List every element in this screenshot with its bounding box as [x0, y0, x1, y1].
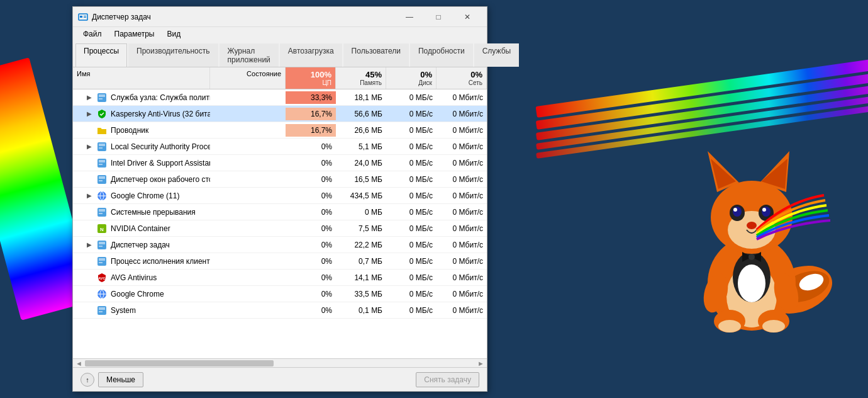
tab-app-history[interactable]: Журнал приложений — [220, 43, 279, 67]
table-row[interactable]: ▶ Диспетчер задач 0% 22,2 МБ 0 МБ/с 0 Мб… — [73, 237, 487, 253]
process-icon: AVG — [97, 273, 107, 283]
menu-file[interactable]: Файл — [78, 28, 107, 40]
tab-users[interactable]: Пользователи — [343, 43, 409, 67]
table-row[interactable]: System 0% 0,1 МБ 0 МБ/с 0 Мбит/с — [73, 302, 487, 319]
process-memory: 434,5 МБ — [336, 190, 386, 202]
tab-startup[interactable]: Автозагрузка — [280, 43, 342, 67]
col-cpu[interactable]: 100% ЦП — [286, 67, 336, 89]
svg-rect-35 — [99, 98, 103, 100]
process-cpu: 0% — [286, 206, 336, 219]
process-table: Имя Состояние 100% ЦП 45% Память 0% Диск… — [73, 67, 487, 358]
table-row[interactable]: ▶ Google Chrome (11) 0% 434,5 МБ 0 МБ/с … — [73, 188, 487, 204]
table-row[interactable]: Процесс исполнения клиент-... 0% 0,7 МБ … — [73, 253, 487, 270]
expand-icon[interactable]: ▶ — [86, 143, 93, 151]
col-memory[interactable]: 45% Память — [336, 67, 386, 89]
table-row[interactable]: ▶ Local Security Authority Process... 0%… — [73, 139, 487, 155]
process-state — [210, 276, 286, 280]
process-disk: 0 МБ/с — [386, 271, 437, 284]
process-state — [210, 112, 286, 116]
process-network: 0 Мбит/с — [437, 255, 487, 268]
process-state — [210, 96, 286, 100]
process-disk: 0 МБ/с — [386, 288, 437, 300]
process-state — [210, 210, 286, 214]
close-button[interactable]: ✕ — [453, 7, 482, 27]
process-memory: 24,0 МБ — [336, 157, 386, 169]
svg-rect-48 — [99, 213, 103, 214]
process-network: 0 Мбит/с — [437, 91, 487, 104]
process-network: 0 Мбит/с — [437, 140, 487, 153]
svg-rect-52 — [99, 242, 105, 244]
svg-rect-61 — [99, 311, 103, 312]
menubar: Файл Параметры Вид — [73, 27, 487, 41]
table-row[interactable]: ▶ Служба узла: Служба политик... 33,3% 1… — [73, 89, 487, 106]
menu-view[interactable]: Вид — [162, 28, 186, 40]
tab-performance[interactable]: Производительность — [128, 43, 218, 67]
expand-icon[interactable]: ▶ — [86, 94, 93, 101]
footer: ↑ Меньше Снять задачу — [73, 367, 487, 391]
table-row[interactable]: Проводник 16,7% 26,6 МБ 0 МБ/с 0 Мбит/с — [73, 122, 487, 139]
process-name: N NVIDIA Container — [73, 222, 210, 236]
svg-point-21 — [747, 222, 757, 229]
process-memory: 56,6 МБ — [336, 108, 386, 120]
expand-arrow-button[interactable]: ↑ — [81, 373, 94, 387]
expand-icon[interactable]: ▶ — [86, 110, 93, 118]
process-disk: 0 МБ/с — [386, 255, 437, 268]
window-icon — [78, 12, 88, 22]
table-row[interactable]: Системные прерывания 0% 0 МБ 0 МБ/с 0 Мб… — [73, 204, 487, 220]
col-name[interactable]: Имя — [73, 67, 210, 89]
column-headers: Имя Состояние 100% ЦП 45% Память 0% Диск… — [73, 67, 487, 89]
process-cpu: 0% — [286, 239, 336, 251]
expand-icon[interactable]: ▶ — [86, 241, 93, 249]
table-row[interactable]: Intel Driver & Support Assistant ... 0% … — [73, 155, 487, 171]
process-name: Google Chrome — [73, 287, 210, 301]
table-row[interactable]: Диспетчер окон рабочего стола 0% 16,5 МБ… — [73, 171, 487, 188]
less-button[interactable]: Меньше — [98, 372, 143, 387]
process-network: 0 Мбит/с — [437, 206, 487, 219]
process-network: 0 Мбит/с — [437, 239, 487, 251]
tab-details[interactable]: Подробности — [410, 43, 473, 67]
process-state — [210, 178, 286, 181]
col-network[interactable]: 0% Сеть — [437, 67, 487, 89]
tab-services[interactable]: Службы — [474, 43, 519, 67]
process-cpu: 0% — [286, 190, 336, 202]
process-icon — [97, 305, 107, 316]
process-state — [210, 194, 286, 198]
process-icon — [97, 158, 107, 168]
process-memory: 26,6 МБ — [336, 124, 386, 137]
process-cpu: 33,3% — [286, 91, 336, 104]
process-cpu: 0% — [286, 255, 336, 268]
footer-left: ↑ Меньше — [81, 372, 416, 387]
process-disk: 0 МБ/с — [386, 222, 437, 235]
hscroll-thumb[interactable] — [85, 360, 274, 367]
svg-point-6 — [738, 264, 765, 302]
process-cpu: 0% — [286, 173, 336, 186]
horizontal-scrollbar[interactable]: ◄ ► — [73, 358, 487, 367]
col-state[interactable]: Состояние — [210, 67, 286, 89]
svg-point-17 — [733, 208, 737, 212]
svg-point-20 — [762, 208, 766, 212]
minimize-button[interactable]: — — [395, 7, 424, 27]
process-network: 0 Мбит/с — [437, 157, 487, 169]
process-state — [210, 259, 286, 263]
svg-rect-30 — [80, 16, 82, 18]
col-disk[interactable]: 0% Диск — [386, 67, 437, 89]
process-memory: 22,2 МБ — [336, 239, 386, 251]
table-row[interactable]: N NVIDIA Container 0% 7,5 МБ 0 МБ/с 0 Мб… — [73, 220, 487, 237]
process-name: ▶ Google Chrome (11) — [73, 189, 210, 203]
process-state — [210, 128, 286, 132]
process-memory: 5,1 МБ — [336, 140, 386, 153]
process-network: 0 Мбит/с — [437, 288, 487, 300]
process-network: 0 Мбит/с — [437, 190, 487, 202]
table-row[interactable]: Google Chrome 0% 33,5 МБ 0 МБ/с 0 Мбит/с — [73, 286, 487, 302]
process-icon — [97, 109, 107, 119]
end-task-button[interactable]: Снять задачу — [416, 372, 479, 387]
expand-icon[interactable]: ▶ — [86, 192, 93, 200]
menu-settings[interactable]: Параметры — [109, 28, 160, 40]
process-cpu: 0% — [286, 304, 336, 317]
tab-processes[interactable]: Процессы — [75, 43, 127, 67]
table-row[interactable]: ▶ Kaspersky Anti-Virus (32 бита) 16,7% 5… — [73, 106, 487, 122]
maximize-button[interactable]: □ — [424, 7, 453, 27]
table-row[interactable]: AVG AVG Antivirus 0% 14,1 МБ 0 МБ/с 0 Мб… — [73, 270, 487, 286]
svg-rect-34 — [99, 94, 105, 97]
process-cpu: 0% — [286, 140, 336, 153]
